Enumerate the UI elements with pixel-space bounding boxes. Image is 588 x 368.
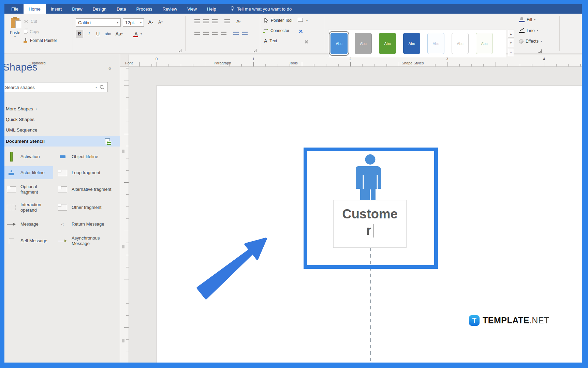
stencil-item-message[interactable]: Message xyxy=(2,218,53,231)
search-shapes-input[interactable]: Search shapes ▾ xyxy=(2,82,108,92)
text-tool-button[interactable]: A Text xyxy=(264,38,277,44)
line-button[interactable]: Line▾ xyxy=(519,28,538,33)
effects-button[interactable]: Effects▾ xyxy=(519,39,542,44)
text-direction-icon[interactable]: Aᵇ xyxy=(235,18,242,25)
ruler-number-1: 1 xyxy=(252,57,254,61)
pointer-tool-button[interactable]: Pointer Tool xyxy=(264,18,292,23)
valign-bottom-icon[interactable] xyxy=(212,19,218,24)
actor-person-icon[interactable] xyxy=(356,154,385,205)
gallery-more-button[interactable]: ⌄ xyxy=(508,48,514,56)
grow-font-button[interactable]: A▲ xyxy=(147,18,155,26)
pointer-icon xyxy=(264,18,268,23)
gallery-scroll-up-button[interactable]: ▴ xyxy=(508,30,514,38)
shape-styles-dialog-launcher[interactable] xyxy=(538,49,542,53)
shape-style-swatch-7[interactable]: Abc xyxy=(476,33,493,54)
shape-name-line1: Custome xyxy=(342,207,398,221)
font-size-select[interactable]: 12pt.▾ xyxy=(123,18,144,27)
tab-home[interactable]: Home xyxy=(24,4,46,14)
tell-me-box[interactable]: Tell me what you want to do xyxy=(230,4,292,14)
stencil-item-loop-fragment[interactable]: Loop fragment xyxy=(53,166,120,179)
connector-tool-button[interactable]: Connector xyxy=(263,28,289,33)
stencil-item-alternative-fragment[interactable]: Alternative fragment xyxy=(53,182,120,197)
stencil-item-actor-lifeline[interactable]: Actor lifeline xyxy=(2,166,53,179)
italic-button[interactable]: I xyxy=(85,30,93,37)
paste-button[interactable]: Paste ▾ xyxy=(8,18,23,38)
shape-style-swatch-5[interactable]: Abc xyxy=(427,33,444,54)
cut-button[interactable]: Cut xyxy=(24,19,37,24)
bullets-icon[interactable] xyxy=(224,19,230,24)
lightbulb-icon xyxy=(230,6,235,12)
justify-icon[interactable] xyxy=(221,31,226,35)
shape-name-textbox[interactable]: Custome r xyxy=(333,200,407,248)
tab-file[interactable]: File xyxy=(6,4,24,14)
rectangle-dropdown-arrow[interactable]: ▾ xyxy=(306,19,308,22)
gallery-scroll-down-button[interactable]: ▾ xyxy=(508,39,514,47)
align-left-icon[interactable] xyxy=(194,31,200,35)
panel-nav-uml-sequence[interactable]: UML Sequence xyxy=(1,125,120,134)
font-dialog-launcher[interactable] xyxy=(178,49,181,52)
stencil-item-activation[interactable]: Activation xyxy=(2,150,53,164)
font-color-dropdown-arrow[interactable]: ▾ xyxy=(141,32,142,35)
tab-insert[interactable]: Insert xyxy=(46,4,67,14)
shape-style-swatch-6[interactable]: Abc xyxy=(452,33,469,54)
tab-draw[interactable]: Draw xyxy=(67,4,87,14)
strikethrough-button[interactable]: abc xyxy=(103,30,113,37)
tab-review[interactable]: Review xyxy=(157,4,182,14)
indent-decrease-icon[interactable] xyxy=(233,31,239,35)
paragraph-group-label: Paragraph xyxy=(214,61,231,65)
copy-button[interactable]: Copy xyxy=(24,29,39,34)
optional-fragment-icon xyxy=(7,186,16,193)
shape-style-swatch-4[interactable]: Abc xyxy=(403,33,420,54)
delete-connector-icon[interactable] xyxy=(299,29,303,33)
tab-design[interactable]: Design xyxy=(88,4,112,14)
line-icon xyxy=(519,28,525,33)
shrink-font-button[interactable]: A▼ xyxy=(157,18,164,26)
valign-top-icon[interactable] xyxy=(194,19,200,24)
indent-increase-icon[interactable] xyxy=(242,31,248,35)
panel-collapse-button[interactable]: « xyxy=(108,65,111,71)
stencil-item-return-message[interactable]: <Return Message xyxy=(53,218,120,231)
stencil-item-self-message[interactable]: Self Message xyxy=(2,233,53,249)
panel-nav-document-stencil[interactable]: Document Stencil xyxy=(1,136,120,147)
search-placeholder: Search shapes xyxy=(5,85,95,90)
rectangle-tool-icon[interactable] xyxy=(298,18,303,22)
shape-style-swatch-2[interactable]: Abc xyxy=(355,33,372,54)
format-painter-label: Format Painter xyxy=(30,38,57,43)
align-right-icon[interactable] xyxy=(212,31,218,35)
bold-button[interactable]: B xyxy=(76,30,83,37)
change-case-button[interactable]: Aa▾ xyxy=(114,30,124,37)
app-window: FileHomeInsertDrawDesignDataProcessRevie… xyxy=(0,0,588,368)
align-center-icon[interactable] xyxy=(203,31,209,35)
font-color-button[interactable]: A xyxy=(132,30,140,37)
tab-view[interactable]: View xyxy=(182,4,202,14)
text-cursor xyxy=(373,224,374,237)
valign-middle-icon[interactable] xyxy=(203,19,209,24)
stencil-item-interaction-operand[interactable]: Interaction operand xyxy=(2,200,53,215)
format-painter-button[interactable]: Format Painter xyxy=(23,38,57,43)
panel-nav-more-shapes[interactable]: More Shapes▸ xyxy=(1,104,120,113)
ruler-number-0: 0 xyxy=(156,57,158,61)
search-dropdown-arrow[interactable]: ▾ xyxy=(95,86,97,89)
stencil-item-other-fragment[interactable]: Other fragment xyxy=(53,200,120,215)
tab-data[interactable]: Data xyxy=(112,4,131,14)
tell-me-label: Tell me what you want to do xyxy=(237,6,292,12)
stencil-item-optional-fragment[interactable]: Optional fragment xyxy=(2,182,53,197)
fill-button[interactable]: Fill▾ xyxy=(519,17,535,22)
connection-point-icon[interactable] xyxy=(305,40,308,44)
underline-button[interactable]: U xyxy=(94,30,102,37)
panel-nav-quick-shapes[interactable]: Quick Shapes xyxy=(1,115,120,124)
search-icon[interactable] xyxy=(100,85,105,90)
paste-dropdown-arrow[interactable]: ▾ xyxy=(8,35,23,38)
tab-help[interactable]: Help xyxy=(202,4,221,14)
vertical-ruler xyxy=(120,67,129,363)
line-label: Line xyxy=(527,28,535,33)
copy-icon xyxy=(24,30,27,34)
shape-style-swatch-1[interactable]: Abc xyxy=(330,33,348,54)
font-family-select[interactable]: Calibri▾ xyxy=(76,18,121,27)
tab-process[interactable]: Process xyxy=(131,4,157,14)
menu-bar: FileHomeInsertDrawDesignDataProcessRevie… xyxy=(0,4,588,14)
paragraph-dialog-launcher[interactable] xyxy=(253,49,256,52)
stencil-item-asynchronous-message[interactable]: Asynchronous Message xyxy=(53,233,120,249)
stencil-item-object-lifeline[interactable]: Object lifeline xyxy=(53,150,120,164)
shape-style-swatch-3[interactable]: Abc xyxy=(379,33,396,54)
